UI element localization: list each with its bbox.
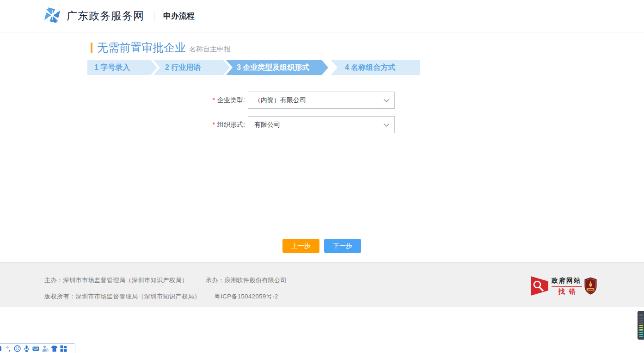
organization-form-label: *组织形式: [139, 116, 245, 133]
find-error-divider [552, 286, 582, 287]
find-error-flag-icon [531, 276, 548, 296]
label-text: 企业类型: [217, 96, 245, 104]
footer-host-line: 主办：深圳市市场监督管理局（深圳市知识产权局） 承办：浪潮软件股份有限公司 [44, 276, 287, 285]
widget-stripes-dark [639, 314, 643, 325]
previous-step-button[interactable]: 上一步 [282, 239, 319, 253]
footer-icp-number: 粤ICP备15042059号-2 [215, 293, 278, 300]
page-title: 无需前置审批企业 [97, 40, 186, 55]
footer-contractor: 承办：浪潮软件股份有限公司 [206, 277, 287, 284]
next-step-button[interactable]: 下一步 [324, 239, 361, 253]
organization-form-select[interactable]: 有限公司 [248, 116, 395, 133]
ime-grid-menu-icon[interactable] [60, 345, 67, 352]
breadcrumb-apply-flow[interactable]: 申办流程 [163, 11, 195, 21]
ime-keyboard-icon[interactable] [32, 345, 39, 352]
footer-copyright: 版权所有：深圳市市场监督管理局（深圳市知识产权局） [44, 293, 201, 300]
label-text: 组织形式: [217, 121, 245, 128]
header-divider [154, 11, 154, 22]
security-shield-badge-icon[interactable] [584, 277, 597, 297]
chevron-down-icon[interactable] [378, 92, 394, 108]
step-label: 2 行业用语 [165, 63, 201, 71]
find-error-title: 政府网站 [552, 277, 581, 284]
page-title-row: 无需前置审批企业 名称自主申报 [91, 40, 231, 55]
gov-site-find-error-badge[interactable]: 政府网站 找错 [531, 276, 582, 296]
step-label: 4 名称组合方式 [345, 63, 395, 71]
page-subtitle: 名称自主申报 [189, 42, 231, 54]
docked-side-widget[interactable] [638, 311, 644, 340]
step-label: 1 字号录入 [94, 63, 130, 71]
footer-host: 主办：深圳市市场监督管理局（深圳市知识产权局） [44, 277, 188, 284]
required-asterisk: * [213, 96, 215, 104]
enterprise-type-label: *企业类型: [139, 92, 245, 109]
step-4-name-combination[interactable]: 4 名称组合方式 [331, 60, 420, 75]
ime-partial-glyph-icon[interactable] [0, 345, 3, 352]
home-logo-link[interactable]: 广东政务服务网 [43, 6, 144, 26]
step-2-industry-term[interactable]: 2 行业用语 [153, 60, 230, 75]
header: 广东政务服务网 申办流程 [0, 0, 644, 32]
ime-skin-tshirt-icon[interactable] [51, 345, 58, 352]
select-value: （内资）有限公司 [248, 92, 378, 108]
ime-punctuation-mode-icon[interactable]: °, [5, 345, 12, 352]
find-error-subtitle: 找错 [552, 288, 582, 296]
enterprise-type-select[interactable]: （内资）有限公司 [248, 92, 395, 109]
select-value: 有限公司 [248, 117, 378, 133]
widget-stripes-teal [639, 330, 643, 338]
step-3-enterprise-type[interactable]: 3 企业类型及组织形式 [226, 60, 328, 75]
ime-clipboard-user-icon[interactable] [42, 345, 49, 352]
title-accent-bar [91, 43, 92, 53]
widget-stripes-yellow [639, 325, 643, 330]
step-1-name-entry[interactable]: 1 字号录入 [87, 60, 157, 75]
ime-toolbar: °, [0, 343, 75, 353]
step-progress-bar: 1 字号录入 2 行业用语 3 企业类型及组织形式 4 名称组合方式 [87, 60, 420, 75]
ime-microphone-icon[interactable] [23, 345, 30, 352]
find-error-text: 政府网站 找错 [552, 276, 582, 296]
pinwheel-logo-icon [43, 6, 61, 26]
chevron-down-icon[interactable] [378, 117, 394, 133]
page-root: 广东政务服务网 申办流程 无需前置审批企业 名称自主申报 1 字号录入 2 行业… [0, 0, 644, 353]
ime-emoji-icon[interactable] [14, 345, 21, 352]
step-label: 3 企业类型及组织形式 [237, 63, 309, 71]
required-asterisk: * [213, 121, 215, 128]
footer-copyright-line: 版权所有：深圳市市场监督管理局（深圳市知识产权局） 粤ICP备15042059号… [44, 292, 278, 301]
site-brand-title: 广东政务服务网 [67, 9, 144, 23]
